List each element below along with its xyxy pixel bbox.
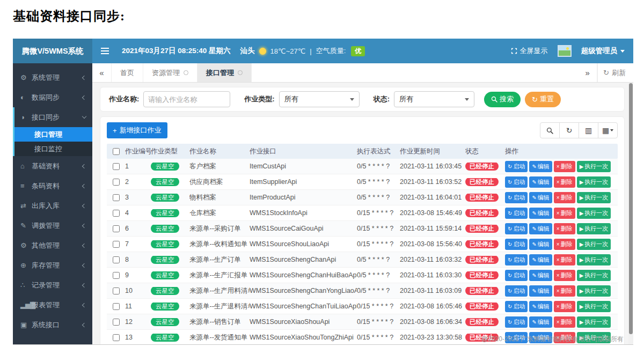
delete-button[interactable]: × 删除 xyxy=(554,254,575,266)
delete-button[interactable]: × 删除 xyxy=(554,239,575,250)
tab-close-icon[interactable] xyxy=(184,70,188,75)
start-button[interactable]: ↻ 启动 xyxy=(505,208,528,219)
sidebar-item[interactable]: ▂▅▇ 报表管理 xyxy=(13,295,92,315)
run-once-button[interactable]: ▶ 执行一次 xyxy=(577,254,611,266)
table-view-toggle-button[interactable]: ▥ xyxy=(579,122,598,138)
row-checkbox[interactable] xyxy=(113,241,120,248)
delete-button[interactable]: × 删除 xyxy=(554,223,575,234)
run-once-button[interactable]: ▶ 执行一次 xyxy=(577,316,611,328)
start-button[interactable]: ↻ 启动 xyxy=(505,285,528,297)
run-once-button[interactable]: ▶ 执行一次 xyxy=(577,270,611,281)
edit-button[interactable]: ✎ 编辑 xyxy=(529,270,552,281)
sidebar-item[interactable]: ✎ 调拨管理 xyxy=(13,216,92,235)
run-once-button[interactable]: ▶ 执行一次 xyxy=(577,192,611,203)
row-checkbox[interactable] xyxy=(113,256,120,263)
tab-interface-management[interactable]: 接口管理 xyxy=(197,63,252,82)
sidebar-item[interactable]: ⌂ 基础资料 xyxy=(13,156,92,176)
run-once-button[interactable]: ▶ 执行一次 xyxy=(577,176,611,188)
start-button[interactable]: ↻ 启动 xyxy=(505,192,528,203)
delete-button[interactable]: × 删除 xyxy=(554,285,575,297)
delete-button[interactable]: × 删除 xyxy=(554,270,575,281)
reset-button[interactable]: ↻ 重置 xyxy=(525,92,561,107)
add-interface-job-button[interactable]: + 新增接口作业 xyxy=(107,122,167,138)
sidebar-item-interface-monitor[interactable]: 接口监控 xyxy=(14,142,92,156)
delete-button[interactable]: × 删除 xyxy=(554,192,575,203)
sidebar-item[interactable]: ◐ 数据同步 xyxy=(13,87,92,107)
row-checkbox[interactable] xyxy=(113,179,120,186)
row-checkbox[interactable] xyxy=(113,225,120,232)
start-button[interactable]: ↻ 启动 xyxy=(505,301,528,312)
vertical-scrollbar[interactable] xyxy=(628,83,633,344)
tab-resource-management[interactable]: 资源管理 xyxy=(143,63,197,82)
sidebar-item[interactable]: ⚙ 其他管理 xyxy=(13,235,92,255)
row-checkbox[interactable] xyxy=(113,163,120,170)
edit-button[interactable]: ✎ 编辑 xyxy=(529,223,552,234)
sidebar-item[interactable]: ⊕ 库存管理 xyxy=(13,255,92,275)
run-once-button[interactable]: ▶ 执行一次 xyxy=(577,239,611,250)
hamburger-menu-icon[interactable] xyxy=(101,48,109,54)
edit-button[interactable]: ✎ 编辑 xyxy=(529,208,552,219)
start-button[interactable]: ↻ 启动 xyxy=(505,161,528,172)
sidebar-item-interface-management[interactable]: 接口管理 xyxy=(14,127,92,142)
edit-button[interactable]: ✎ 编辑 xyxy=(529,254,552,266)
row-checkbox[interactable] xyxy=(113,303,120,310)
start-button[interactable]: ↻ 启动 xyxy=(505,316,528,328)
row-checkbox[interactable] xyxy=(113,319,120,326)
run-once-button[interactable]: ▶ 执行一次 xyxy=(577,208,611,219)
user-menu[interactable]: 超级管理员 xyxy=(581,46,625,56)
table-refresh-button[interactable]: ↻ xyxy=(559,122,579,138)
sidebar-item[interactable]: ⚙ 系统管理 xyxy=(13,68,92,87)
delete-button[interactable]: × 删除 xyxy=(554,316,575,328)
refresh-page-button[interactable]: ↻ 刷新 xyxy=(597,63,633,82)
sidebar-item[interactable]: ∴ 记录管理 xyxy=(13,275,92,295)
job-name-input[interactable] xyxy=(143,91,230,107)
edit-button[interactable]: ✎ 编辑 xyxy=(529,301,552,312)
edit-button[interactable]: ✎ 编辑 xyxy=(529,316,552,328)
row-checkbox[interactable] xyxy=(113,210,120,217)
edit-button[interactable]: ✎ 编辑 xyxy=(529,239,552,250)
table-search-button[interactable] xyxy=(540,122,560,138)
start-button[interactable]: ↻ 启动 xyxy=(505,239,528,250)
app-logo[interactable]: 腾微V/5WMS系统 xyxy=(13,39,92,63)
delete-button[interactable]: × 删除 xyxy=(554,301,575,312)
row-checkbox[interactable] xyxy=(113,194,120,201)
start-button[interactable]: ↻ 启动 xyxy=(505,176,528,188)
play-icon: ▶ xyxy=(580,226,584,232)
tabs-scroll-right-button[interactable]: » xyxy=(578,63,597,82)
table-header: 作业编号 作业类型 作业名称 作业接口 执行表达式 作业更新时间 状态 操作 xyxy=(107,144,618,159)
sidebar-item[interactable]: ⇄ 出库入库 xyxy=(13,196,92,216)
tab-home[interactable]: 首页 xyxy=(112,63,143,82)
avatar[interactable] xyxy=(558,45,572,57)
search-button[interactable]: 搜索 xyxy=(484,92,521,107)
sidebar-item[interactable]: ▣ 系统接口 xyxy=(13,315,92,335)
tabs-scroll-left-button[interactable]: « xyxy=(92,63,112,82)
status-label: 状态: xyxy=(374,94,390,104)
edit-button[interactable]: ✎ 编辑 xyxy=(529,176,552,188)
edit-button[interactable]: ✎ 编辑 xyxy=(529,285,552,297)
tab-close-icon[interactable] xyxy=(238,70,243,75)
sidebar-item-interface-sync[interactable]: ◑ 接口同步 xyxy=(14,107,92,127)
sidebar-item[interactable]: ≡ 条码资料 xyxy=(13,176,92,196)
delete-button[interactable]: × 删除 xyxy=(554,161,575,172)
start-button[interactable]: ↻ 启动 xyxy=(505,270,528,281)
row-checkbox[interactable] xyxy=(113,272,120,279)
row-checkbox[interactable] xyxy=(113,287,120,294)
run-once-button[interactable]: ▶ 执行一次 xyxy=(577,223,611,234)
delete-button[interactable]: × 删除 xyxy=(554,176,575,188)
row-checkbox[interactable] xyxy=(113,334,120,341)
job-type-select[interactable]: 所有 xyxy=(279,91,360,107)
scrollbar-thumb[interactable] xyxy=(629,83,633,334)
edit-button[interactable]: ✎ 编辑 xyxy=(529,161,552,172)
fullscreen-button[interactable]: 全屏显示 xyxy=(511,46,548,56)
run-once-button[interactable]: ▶ 执行一次 xyxy=(577,161,611,172)
status-select[interactable]: 所有 xyxy=(394,91,474,107)
run-once-button[interactable]: ▶ 执行一次 xyxy=(577,301,611,312)
start-button[interactable]: ↻ 启动 xyxy=(505,223,528,234)
delete-button[interactable]: × 删除 xyxy=(554,208,575,219)
columns-menu-button[interactable]: ▦ xyxy=(598,122,618,138)
start-button[interactable]: ↻ 启动 xyxy=(505,254,528,266)
status-badge: 已经停止 xyxy=(465,225,499,233)
edit-button[interactable]: ✎ 编辑 xyxy=(529,192,552,203)
run-once-button[interactable]: ▶ 执行一次 xyxy=(577,285,611,297)
select-all-checkbox[interactable] xyxy=(113,148,120,155)
